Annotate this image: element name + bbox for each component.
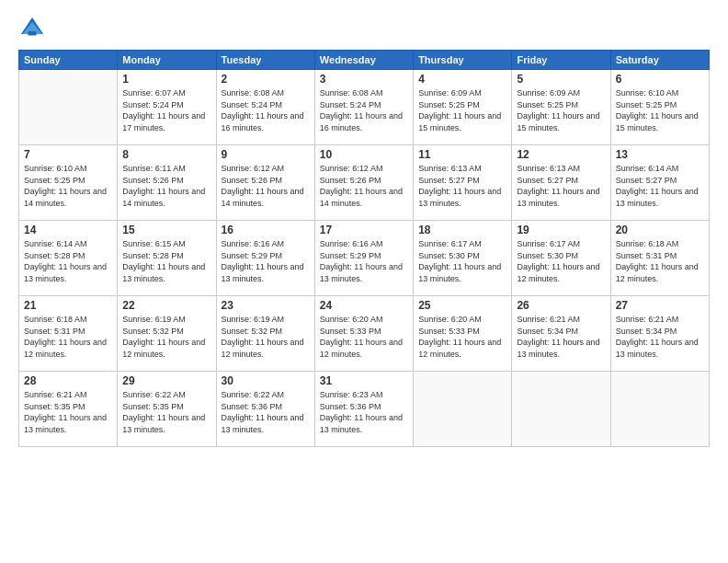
calendar-cell: 2Sunrise: 6:08 AMSunset: 5:24 PMDaylight… (216, 70, 314, 145)
calendar-cell: 18Sunrise: 6:17 AMSunset: 5:30 PMDayligh… (414, 221, 512, 296)
day-info: Sunrise: 6:11 AMSunset: 5:26 PMDaylight:… (122, 163, 210, 209)
calendar-cell: 11Sunrise: 6:13 AMSunset: 5:27 PMDayligh… (414, 145, 512, 221)
day-info: Sunrise: 6:18 AMSunset: 5:31 PMDaylight:… (616, 238, 704, 284)
logo-icon (18, 15, 46, 42)
day-number: 24 (320, 299, 408, 312)
day-info: Sunrise: 6:09 AMSunset: 5:25 PMDaylight:… (517, 87, 605, 133)
calendar-cell: 7Sunrise: 6:10 AMSunset: 5:25 PMDaylight… (19, 145, 118, 221)
day-info: Sunrise: 6:10 AMSunset: 5:25 PMDaylight:… (24, 163, 112, 209)
calendar-cell: 19Sunrise: 6:17 AMSunset: 5:30 PMDayligh… (512, 221, 610, 296)
calendar-cell: 9Sunrise: 6:12 AMSunset: 5:26 PMDaylight… (216, 145, 314, 221)
day-info: Sunrise: 6:08 AMSunset: 5:24 PMDaylight:… (320, 87, 408, 133)
day-info: Sunrise: 6:07 AMSunset: 5:24 PMDaylight:… (122, 87, 210, 133)
svg-rect-2 (28, 31, 37, 36)
day-info: Sunrise: 6:19 AMSunset: 5:32 PMDaylight:… (122, 314, 210, 360)
header-day-saturday: Saturday (610, 51, 709, 70)
day-info: Sunrise: 6:15 AMSunset: 5:28 PMDaylight:… (122, 238, 210, 284)
day-number: 12 (517, 148, 605, 161)
calendar-cell: 5Sunrise: 6:09 AMSunset: 5:25 PMDaylight… (512, 70, 610, 145)
calendar-cell: 22Sunrise: 6:19 AMSunset: 5:32 PMDayligh… (118, 296, 216, 372)
calendar-table: SundayMondayTuesdayWednesdayThursdayFrid… (18, 50, 710, 447)
header-row: SundayMondayTuesdayWednesdayThursdayFrid… (19, 51, 710, 70)
day-info: Sunrise: 6:17 AMSunset: 5:30 PMDaylight:… (517, 238, 605, 284)
calendar-cell (19, 70, 118, 145)
header-day-friday: Friday (512, 51, 610, 70)
day-info: Sunrise: 6:17 AMSunset: 5:30 PMDaylight:… (418, 238, 506, 284)
day-number: 26 (517, 299, 605, 312)
day-info: Sunrise: 6:10 AMSunset: 5:25 PMDaylight:… (616, 87, 704, 133)
calendar-cell: 30Sunrise: 6:22 AMSunset: 5:36 PMDayligh… (216, 372, 314, 447)
day-info: Sunrise: 6:22 AMSunset: 5:36 PMDaylight:… (222, 389, 310, 435)
calendar-cell (610, 372, 709, 447)
calendar-cell: 3Sunrise: 6:08 AMSunset: 5:24 PMDaylight… (314, 70, 413, 145)
day-number: 3 (320, 73, 408, 86)
week-row-3: 14Sunrise: 6:14 AMSunset: 5:28 PMDayligh… (19, 221, 710, 296)
day-number: 14 (24, 224, 112, 236)
day-info: Sunrise: 6:13 AMSunset: 5:27 PMDaylight:… (517, 163, 605, 209)
calendar-cell: 13Sunrise: 6:14 AMSunset: 5:27 PMDayligh… (610, 145, 709, 221)
day-number: 4 (418, 73, 506, 86)
calendar-cell: 15Sunrise: 6:15 AMSunset: 5:28 PMDayligh… (118, 221, 216, 296)
calendar-cell: 27Sunrise: 6:21 AMSunset: 5:34 PMDayligh… (610, 296, 709, 372)
calendar-cell: 17Sunrise: 6:16 AMSunset: 5:29 PMDayligh… (314, 221, 413, 296)
day-info: Sunrise: 6:12 AMSunset: 5:26 PMDaylight:… (222, 163, 310, 209)
calendar-cell: 12Sunrise: 6:13 AMSunset: 5:27 PMDayligh… (512, 145, 610, 221)
day-number: 15 (122, 224, 210, 236)
day-number: 19 (517, 224, 605, 236)
day-info: Sunrise: 6:08 AMSunset: 5:24 PMDaylight:… (222, 87, 310, 133)
day-info: Sunrise: 6:14 AMSunset: 5:27 PMDaylight:… (616, 163, 704, 209)
day-number: 17 (320, 224, 408, 236)
calendar-cell (414, 372, 512, 447)
header-day-monday: Monday (118, 51, 216, 70)
calendar-cell: 14Sunrise: 6:14 AMSunset: 5:28 PMDayligh… (19, 221, 118, 296)
day-number: 8 (122, 148, 210, 161)
calendar-cell: 20Sunrise: 6:18 AMSunset: 5:31 PMDayligh… (610, 221, 709, 296)
day-info: Sunrise: 6:16 AMSunset: 5:29 PMDaylight:… (222, 238, 310, 284)
calendar-cell: 1Sunrise: 6:07 AMSunset: 5:24 PMDaylight… (118, 70, 216, 145)
day-info: Sunrise: 6:09 AMSunset: 5:25 PMDaylight:… (418, 87, 506, 133)
day-number: 5 (517, 73, 605, 86)
day-number: 6 (616, 73, 704, 86)
day-info: Sunrise: 6:21 AMSunset: 5:34 PMDaylight:… (616, 314, 704, 360)
day-number: 16 (222, 224, 310, 236)
calendar-cell: 21Sunrise: 6:18 AMSunset: 5:31 PMDayligh… (19, 296, 118, 372)
calendar-cell: 25Sunrise: 6:20 AMSunset: 5:33 PMDayligh… (414, 296, 512, 372)
week-row-2: 7Sunrise: 6:10 AMSunset: 5:25 PMDaylight… (19, 145, 710, 221)
day-info: Sunrise: 6:21 AMSunset: 5:35 PMDaylight:… (24, 389, 112, 435)
day-info: Sunrise: 6:13 AMSunset: 5:27 PMDaylight:… (418, 163, 506, 209)
header (18, 15, 710, 42)
day-info: Sunrise: 6:22 AMSunset: 5:35 PMDaylight:… (122, 389, 210, 435)
day-info: Sunrise: 6:21 AMSunset: 5:34 PMDaylight:… (517, 314, 605, 360)
day-number: 1 (122, 73, 210, 86)
logo (18, 15, 50, 42)
week-row-4: 21Sunrise: 6:18 AMSunset: 5:31 PMDayligh… (19, 296, 710, 372)
day-info: Sunrise: 6:12 AMSunset: 5:26 PMDaylight:… (320, 163, 408, 209)
calendar-cell: 4Sunrise: 6:09 AMSunset: 5:25 PMDaylight… (414, 70, 512, 145)
day-number: 23 (222, 299, 310, 312)
day-number: 9 (222, 148, 310, 161)
calendar-cell: 16Sunrise: 6:16 AMSunset: 5:29 PMDayligh… (216, 221, 314, 296)
calendar-cell: 8Sunrise: 6:11 AMSunset: 5:26 PMDaylight… (118, 145, 216, 221)
calendar-header: SundayMondayTuesdayWednesdayThursdayFrid… (19, 51, 710, 70)
day-number: 22 (122, 299, 210, 312)
day-info: Sunrise: 6:14 AMSunset: 5:28 PMDaylight:… (24, 238, 112, 284)
week-row-1: 1Sunrise: 6:07 AMSunset: 5:24 PMDaylight… (19, 70, 710, 145)
day-number: 7 (24, 148, 112, 161)
day-number: 25 (418, 299, 506, 312)
day-number: 30 (222, 374, 310, 387)
calendar-cell: 29Sunrise: 6:22 AMSunset: 5:35 PMDayligh… (118, 372, 216, 447)
day-number: 28 (24, 374, 112, 387)
day-number: 10 (320, 148, 408, 161)
header-day-thursday: Thursday (414, 51, 512, 70)
day-number: 31 (320, 374, 408, 387)
day-info: Sunrise: 6:19 AMSunset: 5:32 PMDaylight:… (222, 314, 310, 360)
day-number: 21 (24, 299, 112, 312)
page: SundayMondayTuesdayWednesdayThursdayFrid… (0, 0, 728, 563)
day-info: Sunrise: 6:20 AMSunset: 5:33 PMDaylight:… (418, 314, 506, 360)
calendar-body: 1Sunrise: 6:07 AMSunset: 5:24 PMDaylight… (19, 70, 710, 447)
calendar-cell (512, 372, 610, 447)
header-day-tuesday: Tuesday (216, 51, 314, 70)
day-info: Sunrise: 6:16 AMSunset: 5:29 PMDaylight:… (320, 238, 408, 284)
calendar-cell: 31Sunrise: 6:23 AMSunset: 5:36 PMDayligh… (314, 372, 413, 447)
day-info: Sunrise: 6:23 AMSunset: 5:36 PMDaylight:… (320, 389, 408, 435)
